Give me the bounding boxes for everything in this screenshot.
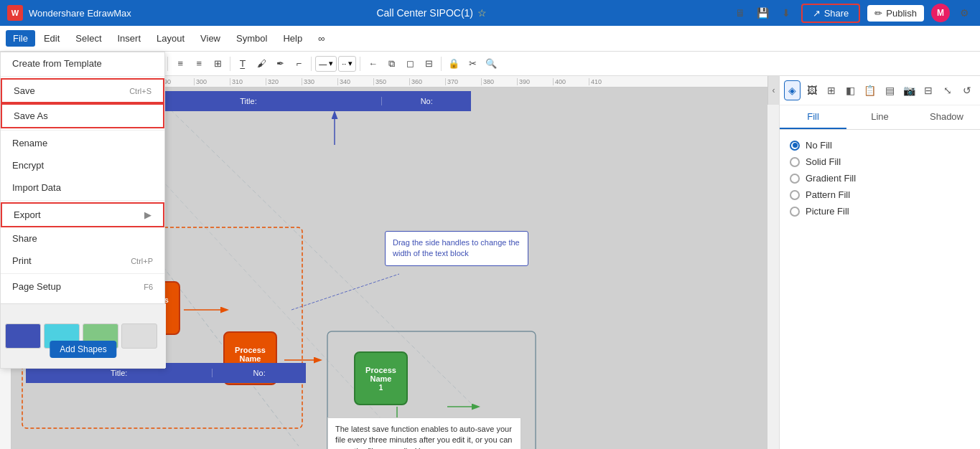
menu-export[interactable]: Export ▶ <box>1 202 164 227</box>
pen-button[interactable]: ✒ <box>271 55 289 72</box>
settings-icon[interactable]: ⚙ <box>957 5 973 21</box>
fill-tool-button[interactable]: ◈ <box>784 80 801 100</box>
ruler-mark: 340 <box>337 78 373 85</box>
sep7 <box>441 57 442 71</box>
sep3 <box>167 57 168 71</box>
menu-file[interactable]: File <box>6 30 35 47</box>
text-cursor-button[interactable]: T̲ <box>234 55 251 72</box>
rename-label: Rename <box>12 138 47 148</box>
right-panel: ◈ 🖼 ⊞ ◧ 📋 ▤ 📷 ⊟ ⤡ ↺ Fill Line Shadow No … <box>779 76 980 449</box>
layers-tool-button[interactable]: ◧ <box>842 80 859 100</box>
menu-save-as[interactable]: Save As <box>1 103 164 128</box>
svg-line-11 <box>291 274 399 310</box>
menu-select[interactable]: Select <box>68 30 108 47</box>
process-box-4[interactable]: ProcessName1 <box>354 351 408 405</box>
menu-sep2 <box>1 130 164 131</box>
header-no: No: <box>382 97 471 105</box>
tooltip-drag-text: Drag the side handles to change the widt… <box>385 231 528 266</box>
add-shapes-label[interactable]: Add Shapes <box>50 341 116 358</box>
cut-button[interactable]: ✂ <box>464 55 481 72</box>
menu-create-template[interactable]: Create from Template <box>1 52 164 75</box>
tooltip-content: Drag the side handles to change the widt… <box>393 238 520 257</box>
collapse-right-panel-button[interactable]: ‹ <box>767 76 779 105</box>
menu-share[interactable]: Share <box>1 227 164 250</box>
gradient-fill-option[interactable]: Gradient Fill <box>790 170 970 186</box>
tab-shadow[interactable]: Shadow <box>913 105 980 129</box>
lock-button[interactable]: 🔒 <box>445 55 462 72</box>
menu-symbol[interactable]: Symbol <box>229 30 274 47</box>
thumbnail-1[interactable] <box>5 323 41 349</box>
shadow-button[interactable]: ◻ <box>401 55 419 72</box>
ruler-mark: 300 <box>194 78 230 85</box>
publish-label: Publish <box>886 8 917 19</box>
publish-button[interactable]: ✏ Publish <box>867 5 924 22</box>
menu-import[interactable]: Import Data <box>1 176 164 199</box>
print-shortcut: Ctrl+P <box>131 257 153 265</box>
tab-line[interactable]: Line <box>846 105 913 129</box>
menu-view[interactable]: View <box>193 30 228 47</box>
menu-sep1 <box>1 76 164 77</box>
menu-insert[interactable]: Insert <box>111 30 149 47</box>
arrow-start-button[interactable]: ← <box>364 55 381 72</box>
grid-tool-button[interactable]: ⊟ <box>920 80 937 100</box>
file-menu-dropdown: Create from Template Save Ctrl+S Save As… <box>0 52 165 369</box>
share-button[interactable]: ↗ Share <box>801 4 861 23</box>
photo-tool-button[interactable]: 📷 <box>901 80 918 100</box>
solid-fill-option[interactable]: Solid Fill <box>790 153 970 170</box>
pattern-fill-option[interactable]: Pattern Fill <box>790 186 970 203</box>
align-left-button[interactable]: ≡ <box>172 55 189 72</box>
download-icon[interactable]: ⬇ <box>778 5 794 21</box>
menu-layout[interactable]: Layout <box>149 30 192 47</box>
panel-toolbar: ◈ 🖼 ⊞ ◧ 📋 ▤ 📷 ⊟ ⤡ ↺ <box>780 76 980 105</box>
line-weight-dropdown[interactable]: ·· ▾ <box>338 56 356 72</box>
avatar[interactable]: M <box>931 4 950 22</box>
menu-rename[interactable]: Rename <box>1 132 164 154</box>
menu-page-setup[interactable]: Page Setup F6 <box>1 275 164 298</box>
share-label: Share <box>824 8 849 19</box>
paint-button[interactable]: 🖌 <box>253 55 270 72</box>
line-style-dropdown[interactable]: — ▾ <box>315 56 337 72</box>
monitor-icon[interactable]: 🖥 <box>732 5 748 21</box>
sep6 <box>360 57 360 71</box>
text-wrap-button[interactable]: ⊞ <box>209 55 226 72</box>
save-icon[interactable]: 💾 <box>755 5 771 21</box>
picture-fill-radio[interactable] <box>790 207 800 217</box>
thumbnail-4[interactable] <box>121 323 157 349</box>
no-fill-option[interactable]: No Fill <box>790 137 970 153</box>
menu-save[interactable]: Save Ctrl+S <box>1 78 164 103</box>
star-icon[interactable]: ☆ <box>477 7 487 19</box>
page-setup-label: Page Setup <box>12 281 61 292</box>
pattern-fill-radio[interactable] <box>790 190 800 200</box>
clip-tool-button[interactable]: 📋 <box>862 80 878 100</box>
copy-button[interactable]: ⧉ <box>383 55 400 72</box>
solid-fill-radio[interactable] <box>790 157 800 167</box>
encrypt-label: Encrypt <box>12 160 44 171</box>
ruler-mark: 320 <box>266 78 302 85</box>
connector-button[interactable]: ⌐ <box>290 55 307 72</box>
align-button[interactable]: ⊟ <box>420 55 437 72</box>
menu-encrypt[interactable]: Encrypt <box>1 154 164 176</box>
stack-tool-button[interactable]: ▤ <box>881 80 897 100</box>
ruler-mark: 370 <box>445 78 481 85</box>
picture-fill-option[interactable]: Picture Fill <box>790 203 970 219</box>
expand-tool-button[interactable]: ⤡ <box>940 80 956 100</box>
menu-edit[interactable]: Edit <box>37 30 67 47</box>
ruler-mark: 380 <box>481 78 517 85</box>
page-setup-shortcut: F6 <box>144 283 153 291</box>
menu-extra[interactable]: ∞ <box>311 30 332 47</box>
menu-print[interactable]: Print Ctrl+P <box>1 250 164 272</box>
thumbnail-bar: Add Shapes <box>1 303 166 368</box>
table-tool-button[interactable]: ⊞ <box>823 80 839 100</box>
ruler-mark: 330 <box>302 78 337 85</box>
history-tool-button[interactable]: ↺ <box>959 80 976 100</box>
align-center-button[interactable]: ≡ <box>190 55 207 72</box>
fill-options-section: No Fill Solid Fill Gradient Fill Pattern… <box>780 130 980 227</box>
image-tool-button[interactable]: 🖼 <box>803 80 820 100</box>
ruler-mark: 410 <box>589 78 625 85</box>
search-button[interactable]: 🔍 <box>482 55 500 72</box>
tab-fill[interactable]: Fill <box>780 105 846 129</box>
save-label: Save <box>14 85 35 96</box>
menu-help[interactable]: Help <box>276 30 309 47</box>
gradient-fill-radio[interactable] <box>790 174 800 184</box>
no-fill-radio[interactable] <box>790 141 800 151</box>
